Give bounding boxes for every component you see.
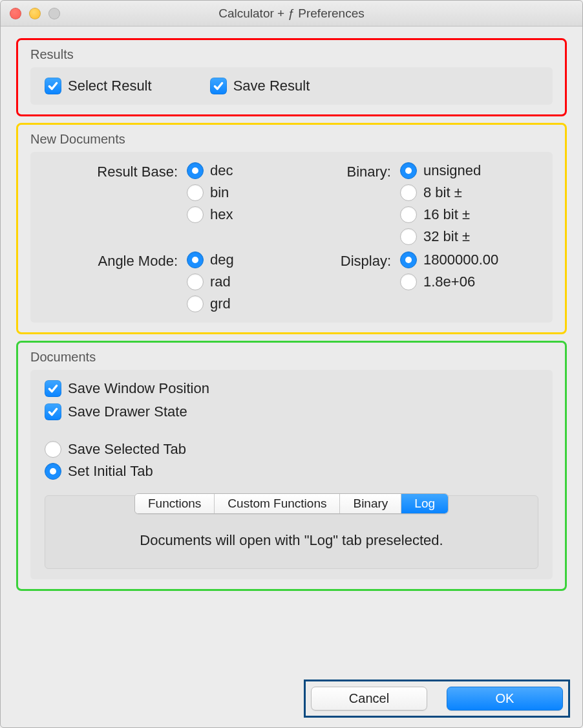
radio-label: 16 bit ± — [423, 206, 470, 223]
radio-icon — [187, 273, 204, 290]
dialog-footer: Cancel OK — [1, 679, 582, 727]
radio-icon — [45, 463, 61, 480]
radio-option[interactable]: 8 bit ± — [400, 184, 542, 201]
save-result-checkbox[interactable]: Save Result — [210, 78, 310, 94]
radio-option[interactable]: bin — [187, 184, 290, 201]
save-drawer-state-checkbox[interactable]: Save Drawer State — [45, 403, 538, 420]
close-icon[interactable] — [10, 8, 21, 19]
radio-option[interactable]: unsigned — [400, 162, 542, 179]
new-documents-group-title: New Documents — [30, 132, 553, 147]
result-base-radios: decbinhex — [187, 162, 290, 223]
radio-option[interactable]: 1800000.00 — [400, 252, 542, 268]
binary-label: Binary: — [290, 162, 400, 180]
save-result-label: Save Result — [233, 78, 310, 94]
radio-icon — [45, 441, 61, 458]
radio-icon — [187, 184, 204, 201]
checkmark-icon — [45, 380, 61, 397]
radio-label: 32 bit ± — [423, 228, 470, 245]
checkmark-icon — [45, 403, 61, 420]
angle-mode-radios: degradgrd — [187, 252, 290, 312]
radio-option[interactable]: rad — [187, 273, 290, 290]
radio-label: 8 bit ± — [423, 184, 462, 201]
radio-icon — [187, 252, 204, 268]
radio-icon — [187, 206, 204, 223]
radio-label: deg — [210, 252, 234, 268]
radio-option[interactable]: grd — [187, 295, 290, 312]
new-documents-group: New Documents Result Base: decbinhex Bin… — [17, 124, 566, 333]
results-group: Results Select Result Save Result — [17, 39, 566, 115]
tab-segment[interactable]: Log — [401, 494, 448, 513]
radio-option[interactable]: Save Selected Tab — [45, 441, 538, 458]
initial-tab-message: Documents will open with "Log" tab prese… — [45, 532, 538, 549]
radio-option[interactable]: hex — [187, 206, 290, 223]
initial-tab-panel: FunctionsCustom FunctionsBinaryLog Docum… — [45, 495, 538, 569]
save-window-position-checkbox[interactable]: Save Window Position — [45, 380, 538, 397]
checkmark-icon — [210, 78, 227, 94]
tab-segment[interactable]: Functions — [135, 494, 215, 513]
binary-radios: unsigned8 bit ±16 bit ±32 bit ± — [400, 162, 542, 245]
display-label: Display: — [290, 252, 400, 270]
radio-option[interactable]: 16 bit ± — [400, 206, 542, 223]
select-result-label: Select Result — [68, 78, 152, 94]
radio-option[interactable]: 32 bit ± — [400, 228, 542, 245]
radio-label: bin — [210, 184, 229, 201]
radio-icon — [400, 228, 417, 245]
initial-tab-segmented: FunctionsCustom FunctionsBinaryLog — [134, 493, 449, 514]
dialog-buttons: Cancel OK — [308, 684, 566, 713]
radio-label: Set Initial Tab — [68, 463, 153, 480]
angle-mode-label: Angle Mode: — [45, 252, 187, 270]
radio-label: unsigned — [423, 162, 481, 179]
radio-label: 1800000.00 — [423, 252, 498, 268]
radio-label: 1.8e+06 — [423, 273, 475, 290]
tab-mode-radios: Save Selected TabSet Initial Tab — [45, 441, 538, 480]
radio-icon — [400, 252, 417, 268]
radio-icon — [187, 162, 204, 179]
minimize-icon[interactable] — [29, 8, 41, 19]
window-title: Calculator + ƒ Preferences — [1, 6, 582, 21]
radio-label: Save Selected Tab — [68, 441, 186, 458]
save-drawer-state-label: Save Drawer State — [68, 403, 187, 420]
preferences-window: Calculator + ƒ Preferences Results Selec… — [0, 0, 583, 728]
ok-button[interactable]: OK — [447, 687, 563, 711]
window-controls — [10, 8, 60, 19]
zoom-icon — [48, 8, 60, 19]
radio-option[interactable]: deg — [187, 252, 290, 268]
results-group-title: Results — [30, 47, 553, 62]
save-window-position-label: Save Window Position — [68, 380, 209, 397]
radio-label: dec — [210, 162, 233, 179]
radio-icon — [187, 295, 204, 312]
radio-icon — [400, 206, 417, 223]
tab-segment[interactable]: Binary — [340, 494, 401, 513]
cancel-button[interactable]: Cancel — [311, 687, 427, 711]
checkmark-icon — [45, 78, 61, 94]
result-base-label: Result Base: — [45, 162, 187, 180]
documents-group: Documents Save Window Position Save Draw… — [17, 342, 566, 590]
radio-option[interactable]: Set Initial Tab — [45, 463, 538, 480]
radio-label: hex — [210, 206, 233, 223]
display-radios: 1800000.001.8e+06 — [400, 252, 542, 290]
tab-segment[interactable]: Custom Functions — [215, 494, 340, 513]
radio-option[interactable]: 1.8e+06 — [400, 273, 542, 290]
titlebar: Calculator + ƒ Preferences — [1, 1, 582, 27]
radio-icon — [400, 273, 417, 290]
documents-group-title: Documents — [30, 350, 553, 365]
radio-label: rad — [210, 273, 231, 290]
radio-label: grd — [210, 295, 231, 312]
radio-icon — [400, 162, 417, 179]
radio-icon — [400, 184, 417, 201]
select-result-checkbox[interactable]: Select Result — [45, 78, 152, 94]
radio-option[interactable]: dec — [187, 162, 290, 179]
